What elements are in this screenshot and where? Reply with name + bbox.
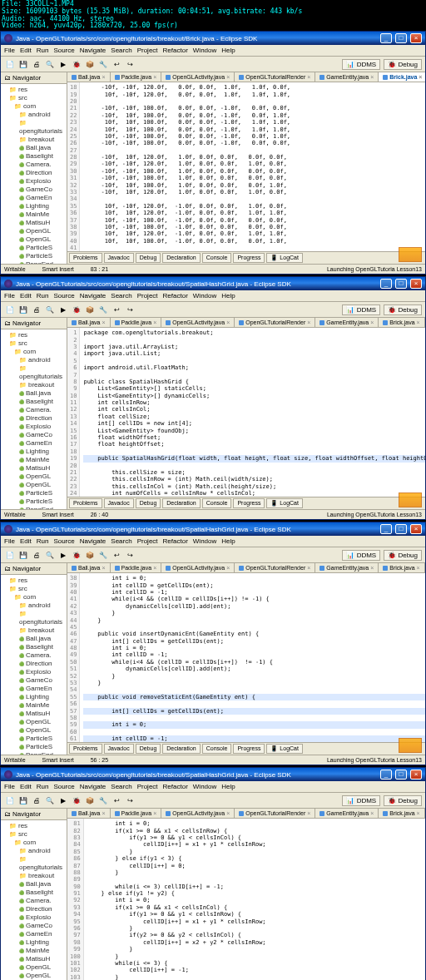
window-titlebar[interactable]: Java - OpenGLTutorials/src/com/opengltut…: [1, 32, 425, 45]
view-tab-declaration[interactable]: Declaration: [162, 253, 200, 263]
tree-file[interactable]: PengEnd: [4, 506, 67, 509]
close-icon[interactable]: ×: [307, 74, 310, 80]
navigator-header[interactable]: 🗂Navigator: [1, 563, 67, 575]
menu-search[interactable]: Search: [111, 292, 131, 299]
tree-folder-opengltutorials[interactable]: opengltutorials: [4, 364, 67, 381]
close-icon[interactable]: ×: [417, 565, 420, 571]
toolbar-button[interactable]: 🖨: [31, 304, 42, 315]
close-icon[interactable]: ×: [102, 74, 105, 80]
editor-tab[interactable]: Paddle.java×: [111, 318, 162, 327]
tree-file[interactable]: Lighting: [4, 202, 67, 210]
menu-navigate[interactable]: Navigate: [80, 47, 106, 54]
view-tab-javadoc[interactable]: Javadoc: [104, 498, 134, 508]
tree-file[interactable]: ParticleS: [4, 244, 67, 252]
toolbar-button[interactable]: 🔍: [44, 304, 56, 315]
tree-file[interactable]: Direction: [4, 414, 67, 423]
menu-navigate[interactable]: Navigate: [80, 537, 106, 545]
toolbar-button[interactable]: ↩: [111, 304, 122, 315]
close-button[interactable]: ×: [410, 770, 422, 780]
close-icon[interactable]: ×: [102, 319, 105, 325]
maximize-button[interactable]: □: [395, 279, 407, 289]
tree-folder-src[interactable]: src: [4, 585, 67, 593]
close-icon[interactable]: ×: [226, 319, 230, 325]
tree-file[interactable]: MatisuH: [4, 464, 67, 473]
menu-search[interactable]: Search: [111, 783, 131, 790]
toolbar-button[interactable]: ↪: [124, 549, 136, 561]
perspective-ddms[interactable]: 📊 DDMS: [342, 550, 380, 561]
menu-search[interactable]: Search: [111, 47, 131, 54]
editor-tab[interactable]: OpenGLActivity.java×: [161, 72, 235, 82]
tree-folder-breakout[interactable]: breakout: [4, 626, 67, 635]
close-icon[interactable]: ×: [153, 74, 156, 80]
menu-project[interactable]: Project: [137, 292, 158, 299]
close-icon[interactable]: ×: [370, 565, 374, 571]
menu-refactor[interactable]: Refactor: [163, 47, 188, 54]
navigator-header[interactable]: 🗂Navigator: [1, 318, 67, 329]
editor-tab[interactable]: OpenGLTutorialRender×: [235, 809, 315, 818]
menu-project[interactable]: Project: [137, 47, 158, 54]
editor-tab[interactable]: OpenGLActivity.java×: [161, 809, 235, 818]
view-tab-problems[interactable]: Problems: [69, 253, 102, 263]
menu-help[interactable]: Help: [221, 537, 235, 545]
tree-folder-res[interactable]: res: [4, 822, 67, 830]
tree-file[interactable]: Explosio: [4, 423, 67, 431]
tree-file[interactable]: GameCo: [4, 676, 67, 685]
close-icon[interactable]: ×: [417, 319, 420, 325]
tree-folder-breakout[interactable]: breakout: [4, 872, 67, 880]
tree-file[interactable]: MainMe: [4, 456, 67, 464]
toolbar-button[interactable]: 🔧: [97, 794, 109, 806]
toolbar-button[interactable]: 💾: [17, 304, 29, 315]
editor-tab[interactable]: OpenGLActivity.java×: [161, 318, 235, 327]
tree-file[interactable]: OpenGL: [4, 473, 67, 481]
tree-file[interactable]: Explosio: [4, 177, 67, 186]
perspective-debug[interactable]: 🐞 Debug: [384, 795, 422, 806]
editor-tab[interactable]: Brick.java×: [379, 809, 424, 818]
tree-folder-breakout[interactable]: breakout: [4, 136, 67, 144]
close-icon[interactable]: ×: [102, 565, 105, 571]
view-tab-logcat[interactable]: 📱 LogCat: [266, 253, 303, 263]
editor-tab[interactable]: Brick.java×: [379, 563, 424, 572]
perspective-ddms[interactable]: 📊 DDMS: [342, 795, 380, 806]
tree-file[interactable]: GameEn: [4, 685, 67, 693]
close-icon[interactable]: ×: [153, 810, 156, 816]
tree-folder-android[interactable]: android: [4, 601, 67, 610]
tree-folder-breakout[interactable]: breakout: [4, 381, 67, 389]
view-tab-declaration[interactable]: Declaration: [162, 498, 200, 508]
toolbar-button[interactable]: 🐞: [71, 549, 82, 561]
tree-file[interactable]: OpenGL: [4, 726, 67, 735]
toolbar-button[interactable]: 💾: [17, 794, 29, 806]
window-titlebar[interactable]: Java - OpenGLTutorials/src/com/opengltut…: [1, 277, 425, 290]
tree-file[interactable]: ParticleS: [4, 489, 67, 497]
menu-project[interactable]: Project: [137, 537, 158, 545]
view-tab-debug[interactable]: Debug: [136, 498, 161, 508]
tree-file[interactable]: OpenGL: [4, 972, 67, 980]
menu-help[interactable]: Help: [221, 783, 235, 790]
toolbar-button[interactable]: ↪: [124, 794, 136, 806]
tree-file[interactable]: MainMe: [4, 701, 67, 710]
view-tab-console[interactable]: Console: [202, 253, 232, 263]
tree-file[interactable]: ParticleS: [4, 743, 67, 751]
editor-tab[interactable]: GameEntity.java×: [315, 563, 379, 572]
tree-folder-android[interactable]: android: [4, 356, 67, 364]
menu-run[interactable]: Run: [37, 783, 49, 790]
view-tab-problems[interactable]: Problems: [69, 744, 102, 754]
tree-file[interactable]: Baselight: [4, 888, 67, 897]
editor-tab[interactable]: GameEntity.java×: [315, 72, 379, 82]
tree-file[interactable]: GameEn: [4, 194, 67, 202]
close-icon[interactable]: ×: [153, 319, 156, 325]
view-tab-logcat[interactable]: 📱 LogCat: [266, 498, 303, 508]
tree-file[interactable]: Ball.java: [4, 880, 67, 888]
code-editor[interactable]: 81 82 83 84 85 86 87 88 89 90 91 92 93 9…: [67, 819, 425, 980]
editor-tab[interactable]: Ball.java×: [67, 318, 111, 327]
close-icon[interactable]: ×: [417, 810, 420, 816]
close-icon[interactable]: ×: [370, 810, 374, 816]
maximize-button[interactable]: □: [395, 33, 407, 43]
view-tab-console[interactable]: Console: [202, 498, 232, 508]
menu-help[interactable]: Help: [221, 47, 235, 54]
tree-file[interactable]: GameCo: [4, 922, 67, 930]
minimize-button[interactable]: _: [380, 33, 392, 43]
toolbar-button[interactable]: 🔧: [97, 304, 109, 315]
tree-file[interactable]: MatisuH: [4, 955, 67, 963]
tree-file[interactable]: Direction: [4, 660, 67, 668]
minimize-button[interactable]: _: [380, 770, 392, 780]
